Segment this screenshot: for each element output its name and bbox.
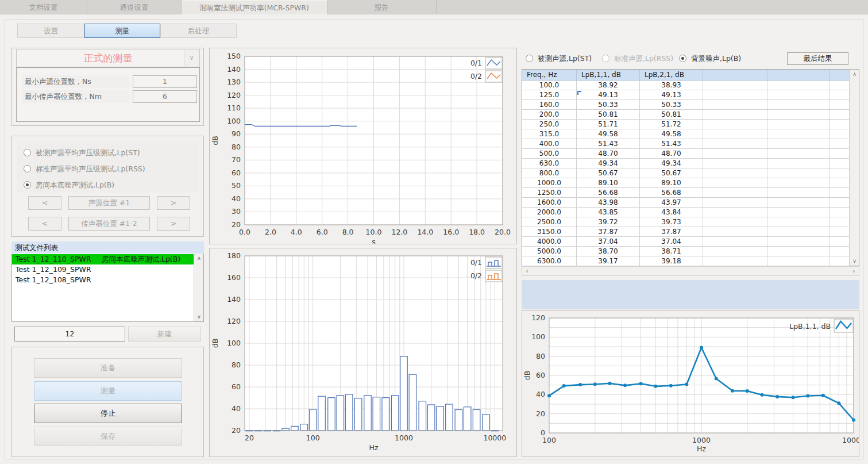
- min-source-positions-input[interactable]: 1: [133, 75, 197, 88]
- table-row[interactable]: 630.049.3449.34: [522, 159, 850, 168]
- mic-position-button[interactable]: 传声器位置 #1-2: [68, 217, 150, 231]
- file-list-item[interactable]: Test 1_12_108_SPWR: [12, 275, 194, 285]
- table-scrollbar-vertical[interactable]: ∧ ∨: [849, 70, 859, 266]
- table-row[interactable]: 6300.039.1739.18: [522, 256, 850, 266]
- file-list[interactable]: Test 1_12_110_SPWR房间本底噪声测试,Lp(B)Test 1_1…: [11, 254, 204, 322]
- prepare-button[interactable]: 准备: [34, 358, 182, 378]
- table-row[interactable]: 400.051.4351.43: [522, 139, 850, 149]
- table-cell: [767, 208, 830, 217]
- tab-report[interactable]: 报告: [327, 0, 437, 14]
- table-row[interactable]: 160.050.3350.33: [522, 100, 850, 110]
- svg-text:20: 20: [245, 434, 254, 442]
- tab-document-settings[interactable]: 文档设置: [0, 0, 87, 14]
- file-list-item[interactable]: Test 1_12_110_SPWR房间本底噪声测试,Lp(B): [12, 254, 194, 264]
- min-mic-positions-input[interactable]: 6: [133, 90, 197, 103]
- new-file-button[interactable]: 新建: [128, 327, 201, 342]
- tab-channel-settings[interactable]: 通道设置: [87, 0, 182, 14]
- measure-button[interactable]: 测量: [34, 381, 182, 401]
- table-cell: 49.58: [577, 129, 640, 139]
- table-cell: [703, 217, 767, 227]
- chevron-down-icon[interactable]: ∨: [184, 50, 199, 66]
- table-row[interactable]: 125.049.1349.13: [522, 90, 850, 100]
- scroll-down-icon[interactable]: ∨: [850, 256, 859, 266]
- table-row[interactable]: 250.051.7151.72: [522, 120, 850, 129]
- stop-button[interactable]: 停止: [34, 404, 182, 423]
- result-radio-lpb-icon[interactable]: [679, 55, 686, 62]
- radio-lpst-label: 被测声源平均声压级测试,Lp(ST): [36, 148, 140, 157]
- table-cell: [830, 129, 850, 139]
- table-row[interactable]: 1600.043.9843.97: [522, 198, 850, 208]
- table-row[interactable]: 800.050.6750.67: [522, 168, 850, 178]
- table-row[interactable]: 100.038.9238.93: [522, 80, 850, 90]
- table-cell: [830, 168, 850, 178]
- subtab-measure[interactable]: 测量: [84, 24, 160, 38]
- bar-chart-svg: 2040608010012014016018020100100010000dBH…: [210, 248, 516, 457]
- table-row[interactable]: 500.048.7048.70: [522, 149, 850, 159]
- result-radio-lpb[interactable]: 背景噪声,Lp(B): [679, 54, 741, 63]
- table-cell: 49.58: [640, 129, 703, 139]
- table-cell: 1000.0: [522, 178, 577, 188]
- table-cell: [703, 256, 767, 266]
- radio-lprss-icon[interactable]: [24, 165, 31, 172]
- table-cell: 500.0: [522, 149, 577, 159]
- radio-row-lpst[interactable]: 被测声源平均声压级测试,Lp(ST): [24, 148, 140, 158]
- table-cell: 37.04: [640, 237, 703, 247]
- source-position-next-button[interactable]: >: [157, 196, 190, 210]
- table-cell: [767, 110, 830, 120]
- table-cell: [767, 90, 830, 100]
- table-cell: [830, 110, 850, 120]
- table-row[interactable]: 4000.037.0437.04: [522, 237, 850, 247]
- results-table[interactable]: Freq., HzLpB,1,1, dBLpB,2,1, dB 100.038.…: [522, 69, 859, 266]
- table-row[interactable]: 5000.038.7038.71: [522, 247, 850, 256]
- table-cell: [767, 120, 830, 129]
- measure-mode-dropdown[interactable]: 正式的测量 ∨: [16, 49, 200, 67]
- scroll-up-icon[interactable]: ∧: [194, 254, 204, 263]
- table-cell: 125.0: [522, 90, 577, 100]
- table-cell: 50.81: [577, 110, 640, 120]
- table-cell: 50.81: [640, 110, 703, 120]
- scroll-down-icon[interactable]: ∨: [194, 312, 204, 321]
- table-cell: 630.0: [522, 159, 577, 168]
- radio-lpst-icon[interactable]: [24, 149, 31, 156]
- radio-row-lpb[interactable]: 房间本底噪声测试,Lp(B): [24, 181, 114, 190]
- table-row[interactable]: 315.049.5849.58: [522, 129, 850, 139]
- scroll-up-icon[interactable]: ∧: [850, 70, 859, 79]
- svg-text:1000: 1000: [692, 436, 711, 444]
- subtab-settings[interactable]: 设置: [17, 24, 84, 38]
- table-row[interactable]: 1250.056.6856.68: [522, 188, 850, 198]
- mic-position-next-button[interactable]: >: [157, 217, 190, 231]
- source-position-button[interactable]: 声源位置 #1: [68, 196, 150, 210]
- table-cell: 250.0: [522, 120, 577, 129]
- file-list-item[interactable]: Test 1_12_109_SPWR: [12, 264, 194, 275]
- table-header-cell: Freq., Hz: [522, 70, 577, 80]
- subtab-postprocess[interactable]: 后处理: [160, 24, 237, 38]
- result-radio-lprss[interactable]: 标准声源,Lp(RSS): [602, 54, 673, 63]
- scroll-left-icon[interactable]: ‹: [522, 267, 532, 275]
- result-radio-lpst[interactable]: 被测声源,Lp(ST): [526, 54, 592, 63]
- table-row[interactable]: 1000.089.1089.10: [522, 178, 850, 188]
- table-row[interactable]: 3150.037.8737.87: [522, 227, 850, 237]
- table-row[interactable]: 200.050.8150.81: [522, 110, 850, 120]
- result-radio-lprss-icon[interactable]: [602, 55, 609, 62]
- scroll-right-icon[interactable]: ›: [849, 267, 859, 275]
- svg-text:40: 40: [232, 404, 241, 413]
- table-cell: 37.87: [577, 227, 640, 237]
- mic-position-prev-button[interactable]: <: [28, 217, 61, 231]
- result-radio-lpst-icon[interactable]: [526, 55, 533, 62]
- table-scrollbar-horizontal[interactable]: ‹ ›: [522, 266, 859, 276]
- source-position-prev-button[interactable]: <: [28, 196, 61, 210]
- table-row[interactable]: 2500.039.7239.73: [522, 217, 850, 227]
- file-count-button[interactable]: 12: [14, 327, 125, 342]
- radio-row-lprss[interactable]: 标准声源平均声压级测试,Lp(RSS): [24, 164, 145, 174]
- save-button[interactable]: 保存: [34, 427, 182, 446]
- table-cell: 51.43: [640, 139, 703, 149]
- radio-lpb-icon[interactable]: [24, 181, 31, 189]
- file-list-scrollbar[interactable]: ∧ ∨: [194, 254, 203, 321]
- final-result-button[interactable]: 最后结果: [787, 52, 848, 65]
- table-cell: 315.0: [522, 129, 577, 139]
- svg-text:40: 40: [536, 390, 545, 398]
- svg-text:30: 30: [232, 207, 241, 216]
- tab-mcr-spwr[interactable]: 混响室法测试声功率(MCR-SPWR): [182, 0, 327, 14]
- table-row[interactable]: 2000.043.8543.84: [522, 208, 850, 217]
- file-name: Test 1_12_108_SPWR: [16, 275, 102, 285]
